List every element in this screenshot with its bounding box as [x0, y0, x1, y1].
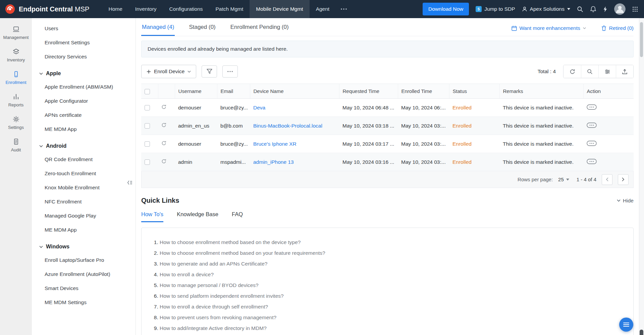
tab-enrollment-pending[interactable]: Enrollment Pending (0): [230, 18, 289, 36]
sidebar-section-windows[interactable]: Windows: [32, 237, 136, 253]
device-name-link[interactable]: admin_iPhone 13: [253, 159, 294, 165]
apps-grid-icon[interactable]: [632, 6, 638, 12]
col-remarks[interactable]: Remarks: [499, 84, 583, 99]
row-actions-button[interactable]: [587, 159, 597, 164]
howto-link[interactable]: How to add/integrate Active directory in…: [160, 325, 623, 331]
refresh-button[interactable]: [564, 65, 581, 78]
col-requested-time[interactable]: Requested Time: [339, 84, 398, 99]
rail-item-settings[interactable]: Settings: [0, 111, 32, 134]
nav-item-patch-mgmt[interactable]: Patch Mgmt: [209, 0, 250, 18]
rail-item-enrollment[interactable]: Enrollment: [0, 66, 32, 89]
tab-knowledge-base[interactable]: Knowledge Base: [177, 211, 218, 222]
howto-link[interactable]: How to generate and add an APNs Certific…: [160, 261, 623, 267]
row-actions-button[interactable]: [587, 123, 597, 128]
sidebar-item-managed-google-play[interactable]: Managed Google Play: [32, 209, 136, 223]
retired-link[interactable]: Retired (0): [601, 25, 634, 31]
sidebar-item-enrollment-settings[interactable]: Enrollment Settings: [32, 36, 136, 50]
select-all-checkbox[interactable]: [145, 89, 150, 94]
table-row[interactable]: admin_en_us b@b.com Binus-MacBook-Proloc…: [141, 117, 634, 135]
more-actions-button[interactable]: [222, 65, 238, 78]
sidebar-section-android[interactable]: Android: [32, 136, 136, 152]
row-actions-button[interactable]: [587, 141, 597, 146]
tab-managed[interactable]: Managed (4): [141, 18, 175, 36]
row-checkbox[interactable]: [145, 159, 150, 165]
rail-item-audit[interactable]: Audit: [0, 134, 32, 156]
sidebar-item-zero-touch-enrollment[interactable]: Zero-touch Enrollment: [32, 166, 136, 181]
device-name-link[interactable]: Bruce's Iphone XR: [253, 141, 297, 147]
tab-staged[interactable]: Staged (0): [188, 18, 216, 36]
howto-link[interactable]: How to enroll a device through self enro…: [160, 304, 623, 310]
sync-icon[interactable]: [161, 159, 166, 164]
nav-item-mobile-device-mgmt[interactable]: Mobile Device Mgmt: [250, 0, 309, 18]
sidebar-item-directory-services[interactable]: Directory Services: [32, 50, 136, 64]
col-enrolled-time[interactable]: Enrolled Time: [398, 84, 449, 99]
tab-faq[interactable]: FAQ: [232, 211, 243, 222]
floating-menu-button[interactable]: [619, 318, 633, 332]
howto-link[interactable]: How to prevent users from revoking manag…: [160, 315, 623, 321]
row-actions-button[interactable]: [587, 104, 597, 110]
sidebar-collapse-button[interactable]: [127, 179, 135, 187]
device-name-link[interactable]: Deva: [253, 105, 265, 110]
howto-link[interactable]: How to manage personal / BYOD devices?: [160, 282, 623, 288]
rail-item-management[interactable]: Management: [0, 21, 32, 44]
sidebar-item-knox-mobile-enrollment[interactable]: Knox Mobile Enrollment: [32, 181, 136, 195]
sync-icon[interactable]: [161, 104, 166, 109]
nav-item-agent[interactable]: Agent: [310, 0, 336, 18]
sidebar-item-me-mdm-app-android[interactable]: ME MDM App: [32, 223, 136, 237]
howto-link[interactable]: How to choose enrollment method based on…: [160, 239, 623, 245]
col-status[interactable]: Status: [449, 84, 499, 99]
page-scrollbar[interactable]: [639, 18, 644, 335]
search-icon[interactable]: [577, 6, 583, 12]
sidebar-item-users[interactable]: Users: [32, 21, 136, 36]
table-row[interactable]: demouser bruce@zy... Deva May 10, 2024 0…: [141, 99, 634, 117]
howto-link[interactable]: How to enroll a device?: [160, 272, 623, 278]
table-row[interactable]: demouser bruce@zy... Bruce's Iphone XR M…: [141, 135, 634, 153]
download-now-button[interactable]: Download Now: [423, 3, 469, 15]
nav-item-home[interactable]: Home: [102, 0, 128, 18]
col-device-name[interactable]: Device Name: [250, 84, 339, 99]
sidebar-item-nfc-enrollment[interactable]: NFC Enrollment: [32, 195, 136, 209]
sidebar-item-enroll-laptop-surface-pro[interactable]: Enroll Laptop/Surface Pro: [32, 253, 136, 267]
rows-per-page-select[interactable]: 25: [558, 177, 569, 182]
nav-more-button[interactable]: [336, 0, 352, 18]
sidebar-item-qr-code-enrollment[interactable]: QR Code Enrollment: [32, 152, 136, 166]
account-menu[interactable]: Apex Solutions: [522, 6, 570, 12]
rail-item-inventory[interactable]: Inventory: [0, 44, 32, 66]
sync-icon[interactable]: [161, 141, 166, 146]
table-row[interactable]: admin mspadmi... admin_iPhone 13 May 10,…: [141, 153, 634, 171]
search-button[interactable]: [581, 65, 598, 78]
avatar[interactable]: [614, 3, 626, 15]
rail-item-reports[interactable]: Reports: [0, 89, 32, 111]
filter-button[interactable]: [202, 65, 217, 78]
next-page-button[interactable]: [618, 174, 629, 185]
notifications-bell-icon[interactable]: [590, 6, 596, 12]
nav-item-configurations[interactable]: Configurations: [163, 0, 209, 18]
jump-to-sdp-link[interactable]: S Jump to SDP: [476, 6, 515, 12]
col-username[interactable]: Username: [175, 84, 217, 99]
export-button[interactable]: [616, 65, 633, 78]
sidebar-item-smart-devices[interactable]: Smart Devices: [32, 281, 136, 295]
filter-columns-button[interactable]: [598, 65, 616, 78]
scrollbar-thumb[interactable]: [640, 22, 643, 57]
sidebar-item-me-mdm-settings[interactable]: ME MDM Settings: [32, 295, 136, 309]
sidebar-section-apple[interactable]: Apple: [32, 64, 136, 80]
hide-quick-links-link[interactable]: Hide: [617, 198, 634, 204]
sidebar-item-azure-enrollment-autopilot[interactable]: Azure Enrollment (AutoPilot): [32, 267, 136, 281]
quick-actions-lightning-icon[interactable]: [603, 6, 607, 12]
sidebar-item-apple-enrollment-abm-asm[interactable]: Apple Enrollment (ABM/ASM): [32, 80, 136, 94]
want-more-enhancements-link[interactable]: Want more enhancements: [512, 25, 586, 31]
row-checkbox[interactable]: [145, 105, 150, 110]
tab-how-tos[interactable]: How To's: [141, 211, 163, 222]
prev-page-button[interactable]: [602, 174, 612, 185]
howto-link[interactable]: How to send platform independent enrollm…: [160, 293, 623, 299]
row-checkbox[interactable]: [145, 123, 150, 129]
sidebar-item-apns-certificate[interactable]: APNs certificate: [32, 108, 136, 122]
row-checkbox[interactable]: [145, 141, 150, 147]
device-name-link[interactable]: Binus-MacBook-Prolocal.local: [253, 123, 322, 129]
sidebar-item-apple-configurator[interactable]: Apple Configurator: [32, 94, 136, 108]
howto-link[interactable]: How to choose enrollment method based on…: [160, 250, 623, 256]
enroll-device-button[interactable]: Enroll Device: [141, 65, 196, 78]
col-email[interactable]: Email: [217, 84, 250, 99]
sync-icon[interactable]: [161, 123, 166, 128]
nav-item-inventory[interactable]: Inventory: [129, 0, 163, 18]
